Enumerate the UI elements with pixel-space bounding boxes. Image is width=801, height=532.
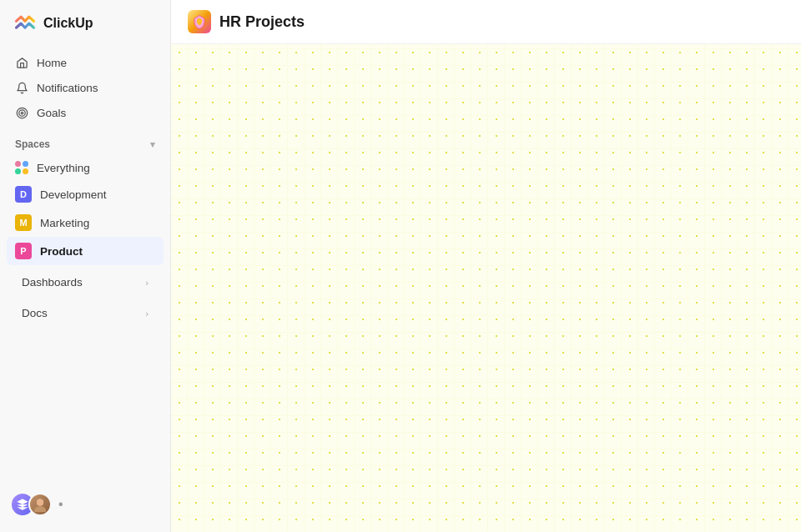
main-header: HR Projects bbox=[171, 0, 801, 44]
docs-label: Docs bbox=[22, 307, 48, 319]
main-nav: Home Notifications Goals bbox=[0, 47, 170, 128]
space-product-label: Product bbox=[40, 245, 83, 258]
nav-item-notifications[interactable]: Notifications bbox=[7, 75, 164, 100]
space-item-marketing[interactable]: M Marketing bbox=[7, 208, 164, 237]
everything-icon bbox=[15, 161, 28, 174]
logo-area[interactable]: ClickUp bbox=[0, 0, 170, 47]
main-content: HR Projects bbox=[171, 0, 801, 532]
spaces-chevron-icon[interactable]: ▾ bbox=[150, 139, 155, 150]
product-avatar: P bbox=[15, 243, 32, 259]
page-title: HR Projects bbox=[219, 13, 305, 31]
home-icon bbox=[15, 56, 28, 69]
space-marketing-label: Marketing bbox=[40, 217, 89, 229]
marketing-avatar: M bbox=[15, 214, 32, 231]
nav-item-home[interactable]: Home bbox=[7, 50, 164, 75]
svg-point-1 bbox=[18, 109, 25, 116]
nav-notifications-label: Notifications bbox=[37, 82, 98, 94]
svg-point-2 bbox=[21, 112, 23, 114]
space-item-product[interactable]: P Product bbox=[7, 237, 164, 265]
page-icon bbox=[188, 10, 211, 33]
spaces-list: Everything D Development M Marketing P P… bbox=[0, 153, 170, 267]
sidebar-bottom[interactable]: • bbox=[0, 485, 170, 524]
space-development-label: Development bbox=[40, 188, 107, 201]
dashboards-label: Dashboards bbox=[22, 276, 83, 289]
nav-goals-label: Goals bbox=[37, 107, 66, 119]
avatar-menu-dots[interactable]: • bbox=[58, 497, 63, 512]
clickup-logo-icon bbox=[13, 12, 37, 35]
dashboards-chevron-icon: › bbox=[145, 278, 149, 288]
development-avatar: D bbox=[15, 186, 32, 203]
dot-grid-background bbox=[171, 44, 801, 532]
spaces-label: Spaces bbox=[15, 138, 50, 150]
main-body bbox=[171, 44, 801, 532]
docs-chevron-icon: › bbox=[145, 309, 149, 319]
user-avatar bbox=[28, 493, 52, 516]
space-item-development[interactable]: D Development bbox=[7, 180, 164, 208]
nav-item-goals[interactable]: Goals bbox=[7, 100, 164, 125]
bell-icon bbox=[15, 81, 28, 94]
avatar-stack bbox=[10, 492, 52, 517]
nav-home-label: Home bbox=[37, 57, 67, 69]
space-everything-label: Everything bbox=[37, 162, 90, 174]
target-icon bbox=[15, 106, 28, 119]
docs-item[interactable]: Docs › bbox=[7, 299, 164, 327]
logo-text: ClickUp bbox=[43, 16, 93, 31]
space-item-everything[interactable]: Everything bbox=[7, 155, 164, 180]
svg-point-4 bbox=[34, 506, 46, 512]
dashboards-item[interactable]: Dashboards › bbox=[7, 269, 164, 296]
spaces-header: Spaces ▾ bbox=[0, 128, 170, 153]
sidebar: ClickUp Home Notifications bbox=[0, 0, 171, 532]
svg-point-5 bbox=[37, 499, 43, 506]
